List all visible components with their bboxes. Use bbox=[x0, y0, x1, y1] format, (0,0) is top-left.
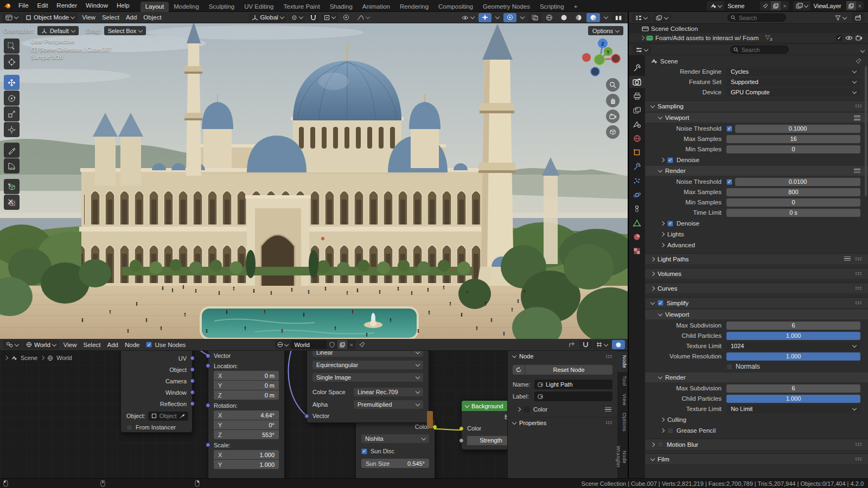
sidebar-tab-tool[interactable]: Tool bbox=[617, 372, 628, 390]
mapping-rotation-socket[interactable] bbox=[206, 403, 210, 408]
pan-hand-icon[interactable] bbox=[606, 94, 620, 107]
sky-type-dropdown[interactable]: Nishita bbox=[361, 434, 429, 443]
shading-rendered-button[interactable] bbox=[586, 13, 600, 22]
gizmos-dropdown[interactable] bbox=[493, 13, 502, 22]
filter-funnel-dropdown[interactable] bbox=[832, 13, 850, 22]
workspace-tab-texture-paint[interactable]: Texture Paint bbox=[279, 2, 325, 12]
field-child-particles[interactable]: 1.000 bbox=[726, 332, 860, 340]
new-collection-button[interactable] bbox=[852, 13, 865, 22]
navigation-gizmo[interactable]: Z Y bbox=[580, 36, 621, 77]
scene-browse-icon[interactable] bbox=[707, 1, 724, 10]
sidebar-tab-node-wrangler[interactable]: Node Wrangler bbox=[617, 435, 628, 478]
workspace-tab-shading[interactable]: Shading bbox=[325, 2, 358, 12]
alpha-dropdown[interactable]: Premultiplied bbox=[354, 400, 423, 409]
viewport-menu-select[interactable]: Select bbox=[99, 14, 123, 21]
shader-menu-select[interactable]: Select bbox=[80, 342, 104, 348]
proportional-falloff-dropdown[interactable] bbox=[354, 13, 373, 22]
properties-tab-texture[interactable] bbox=[629, 245, 645, 257]
texcoord-camera-socket[interactable] bbox=[190, 378, 195, 383]
field-min-samples[interactable]: 0 bbox=[726, 145, 860, 153]
tool-select-box[interactable] bbox=[4, 38, 20, 54]
mapping-rotation-x-field[interactable]: X4.64° bbox=[214, 410, 279, 420]
tool-annotate[interactable] bbox=[4, 143, 20, 158]
workspace-tab-geometry-nodes[interactable]: Geometry Nodes bbox=[478, 2, 535, 12]
field-min-samples[interactable]: 0 bbox=[726, 198, 860, 207]
sidebar-tab-node[interactable]: Node bbox=[617, 351, 628, 372]
menu-edit[interactable]: Edit bbox=[33, 2, 53, 9]
viewport-menu-add[interactable]: Add bbox=[123, 14, 140, 21]
field-volume-resolution[interactable]: 1.000 bbox=[726, 352, 860, 361]
breadcrumb-world[interactable]: World bbox=[56, 355, 72, 361]
camera-icon[interactable] bbox=[856, 35, 863, 41]
selectable-checkbox[interactable] bbox=[836, 35, 843, 41]
field-max-samples[interactable]: 800 bbox=[726, 188, 860, 196]
viewport-3d[interactable]: Object Mode ViewSelectAddObject Global bbox=[0, 12, 628, 339]
orientation-dropdown[interactable]: Default bbox=[37, 26, 79, 35]
panel-light-paths[interactable]: Light Paths bbox=[645, 253, 868, 264]
reset-icon[interactable] bbox=[513, 365, 525, 375]
object-picker-field[interactable]: Object bbox=[148, 412, 188, 421]
tool-transform[interactable] bbox=[4, 122, 20, 137]
viewlayer-name-field[interactable]: ViewLayer bbox=[810, 1, 846, 10]
background-color-input-socket[interactable] bbox=[459, 426, 464, 431]
viewlayer-browse-icon[interactable] bbox=[793, 1, 810, 10]
subpanel-render[interactable]: Render bbox=[645, 166, 868, 176]
node-panel-header[interactable]: Node bbox=[519, 353, 533, 359]
workspace-tab-rendering[interactable]: Rendering bbox=[395, 2, 433, 12]
pause-render-button[interactable]: ▮▮ bbox=[612, 13, 626, 22]
properties-tab-object[interactable] bbox=[629, 146, 645, 158]
properties-panel-header[interactable]: Properties bbox=[519, 420, 546, 426]
show-gizmo-dropdown[interactable] bbox=[458, 13, 477, 22]
tool-measure[interactable] bbox=[4, 158, 20, 174]
row-normals[interactable]: Normals bbox=[645, 362, 860, 371]
tool-scale[interactable] bbox=[4, 106, 20, 121]
outliner-search-input[interactable] bbox=[727, 14, 786, 22]
node-mapping[interactable]: Vector Location:X0 mY0 mZ0 mRotation:X4.… bbox=[208, 339, 285, 478]
snap-magnet-icon[interactable] bbox=[579, 340, 592, 349]
viewlayer-selector[interactable]: ViewLayer × bbox=[793, 1, 864, 10]
use-nodes-toggle[interactable]: Use Nodes bbox=[146, 342, 186, 348]
pin-icon[interactable] bbox=[760, 1, 771, 10]
reset-node-button[interactable]: Reset Node bbox=[525, 365, 612, 375]
shading-material-button[interactable] bbox=[572, 13, 585, 22]
mapping-location-socket[interactable] bbox=[206, 363, 210, 368]
texcoord-reflection-socket[interactable] bbox=[190, 401, 195, 406]
pin-icon[interactable] bbox=[856, 58, 861, 64]
properties-tab-particles[interactable] bbox=[629, 175, 645, 187]
subpanel-render[interactable]: Render bbox=[645, 373, 868, 382]
snap-target-dropdown[interactable] bbox=[321, 13, 339, 22]
node-name-field[interactable]: Light Path bbox=[534, 380, 612, 389]
workspace-tab-modeling[interactable]: Modeling bbox=[169, 2, 204, 12]
tool-move[interactable] bbox=[4, 75, 20, 90]
sidebar-tab-view[interactable]: View bbox=[617, 390, 628, 409]
mapping-rotation-z-field[interactable]: Z553° bbox=[214, 430, 279, 439]
scene-copy-icon[interactable] bbox=[771, 1, 781, 10]
editor-type-button[interactable] bbox=[2, 13, 21, 22]
texcoord-object-socket[interactable] bbox=[190, 367, 195, 372]
shader-editor[interactable]: UVObjectCameraWindowReflection Object: O… bbox=[0, 339, 628, 478]
texcoord-uv-socket[interactable] bbox=[190, 356, 195, 361]
outliner-filter-dropdown[interactable] bbox=[653, 13, 671, 22]
options-dropdown[interactable]: Options bbox=[588, 26, 623, 35]
tool-cursor[interactable] bbox=[4, 54, 20, 69]
properties-tab-output[interactable] bbox=[629, 90, 645, 102]
shader-menu-node[interactable]: Node bbox=[122, 342, 143, 348]
field-noise-threshold[interactable]: 0.0100 bbox=[735, 178, 860, 186]
panel-motion-blur[interactable]: Motion Blur bbox=[645, 439, 868, 450]
subpanel-viewport[interactable]: Viewport bbox=[645, 310, 868, 319]
properties-tab-physics[interactable] bbox=[629, 189, 645, 201]
collapsed-lights[interactable]: Lights bbox=[645, 230, 868, 239]
outliner-display-mode-dropdown[interactable] bbox=[632, 13, 650, 22]
panel-simplify[interactable]: Simplify bbox=[645, 297, 868, 308]
mapping-rotation-y-field[interactable]: Y0° bbox=[214, 420, 279, 429]
menu-help[interactable]: Help bbox=[112, 2, 134, 9]
collapsed-grease-pencil[interactable]: Grease Pencil bbox=[645, 426, 868, 435]
viewlayer-copy-icon[interactable] bbox=[846, 1, 856, 10]
editor-type-button[interactable] bbox=[3, 340, 22, 349]
workspace-tab-uv-editing[interactable]: UV Editing bbox=[239, 2, 278, 12]
collapsed-denoise[interactable]: Denoise bbox=[645, 156, 868, 164]
scene-unlink-icon[interactable]: × bbox=[781, 3, 788, 9]
mapping-scale-x-field[interactable]: X1.000 bbox=[214, 450, 279, 459]
mapping-location-z-field[interactable]: Z0 m bbox=[214, 390, 279, 400]
panel-volumes[interactable]: Volumes bbox=[645, 268, 868, 279]
